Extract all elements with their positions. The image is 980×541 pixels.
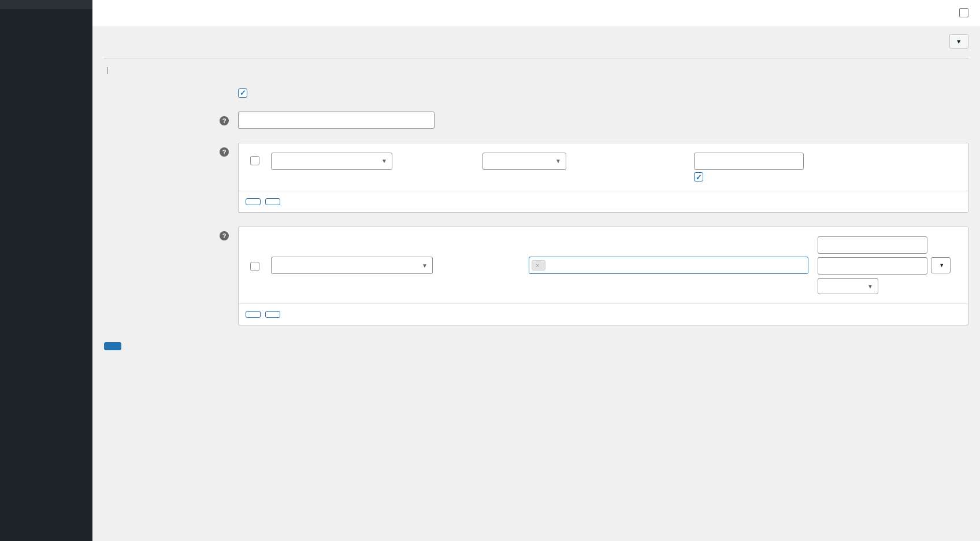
enable-ruleset-checkbox[interactable]: ✓ (238, 88, 247, 98)
condition-field-select[interactable]: ▼ (271, 153, 392, 170)
ruleset-name-label (104, 112, 220, 129)
woocommerce-submenu (0, 0, 92, 9)
conditions-label (104, 143, 220, 213)
chevron-down-icon: ▼ (867, 283, 873, 290)
breadcrumb: | (104, 65, 968, 74)
add-action-button[interactable] (246, 311, 261, 318)
add-condition-button[interactable] (246, 198, 261, 205)
subtotal-coupons-checkbox[interactable]: ✓ (694, 172, 703, 181)
chevron-down-icon: ▼ (939, 262, 944, 268)
fee-amount-input[interactable] (818, 257, 927, 275)
remove-selected-button[interactable] (265, 198, 280, 205)
chevron-down-icon: ▼ (381, 158, 387, 164)
help-dropdown[interactable]: ▾ (949, 34, 968, 49)
currency-select[interactable]: ▼ (931, 257, 951, 273)
topbar (92, 0, 980, 27)
remove-tag-icon[interactable]: × (536, 262, 539, 269)
enable-label (104, 88, 220, 98)
admin-sidebar (0, 0, 92, 541)
help-icon[interactable]: ? (220, 231, 229, 240)
payment-method-tags[interactable]: × (529, 257, 808, 274)
conditions-panel: ▼ ▼ ✓ (238, 143, 968, 213)
help-icon[interactable]: ? (220, 116, 229, 125)
condition-row-checkbox[interactable] (250, 156, 259, 165)
tax-class-select[interactable]: ▼ (818, 278, 878, 294)
actions-panel: ▼ × (238, 227, 968, 325)
tag-direct-bank-transfer: × (532, 260, 545, 270)
remove-selected-button[interactable] (265, 311, 280, 318)
chevron-down-icon: ▾ (957, 37, 961, 46)
condition-value-input[interactable] (694, 153, 804, 170)
main-content: ▾ | ✓ (92, 0, 980, 541)
fee-name-input[interactable] (818, 236, 927, 254)
help-icon[interactable]: ? (220, 147, 229, 157)
chevron-down-icon: ▼ (422, 262, 428, 269)
save-changes-button[interactable] (104, 342, 121, 350)
ruleset-name-input[interactable] (238, 112, 435, 129)
inbox-button[interactable] (959, 8, 968, 18)
condition-operator-select[interactable]: ▼ (482, 153, 566, 170)
actions-label (104, 227, 220, 325)
action-row-checkbox[interactable] (250, 262, 259, 271)
inbox-icon (959, 8, 968, 17)
action-type-select[interactable]: ▼ (271, 257, 433, 274)
chevron-down-icon: ▼ (555, 158, 561, 164)
